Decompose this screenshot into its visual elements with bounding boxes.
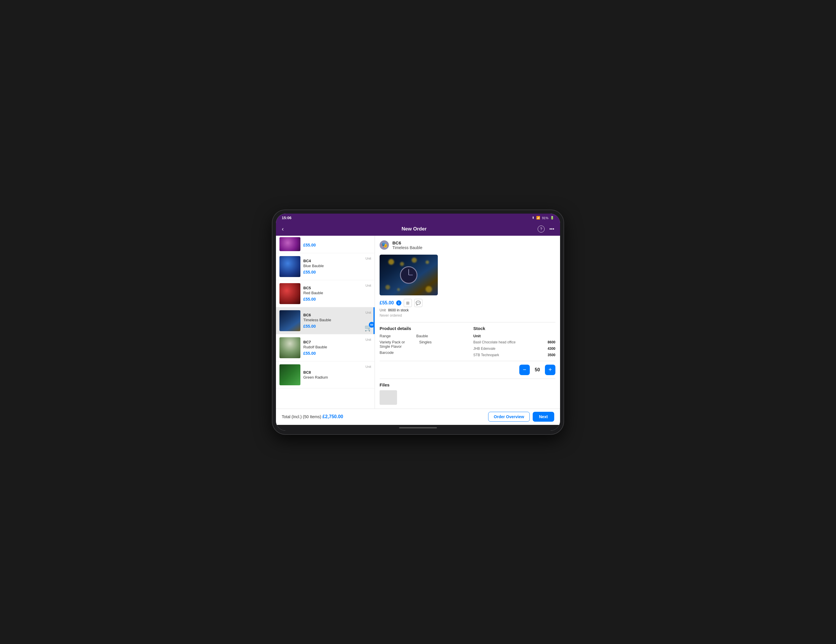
stock-entry-2: JHB Edenvale 4300: [473, 346, 555, 351]
stock-section: Stock Unit Basil Chocolate head office 8…: [473, 326, 555, 357]
back-button[interactable]: ‹: [282, 225, 291, 232]
product-code: BC5: [303, 286, 368, 290]
stepper-plus-button[interactable]: +: [545, 365, 555, 375]
main-content: £55.00 BC4 Blue Bauble £55.00 Unit: [276, 236, 560, 409]
selected-indicator: [374, 307, 375, 334]
detail-image-inner: [380, 254, 438, 295]
chat-icon[interactable]: 💬: [414, 299, 422, 307]
stock-count: 8600 in stock: [388, 308, 409, 312]
product-info: £55.00: [300, 241, 371, 247]
home-indicator: [276, 425, 560, 431]
product-thumbnail: [279, 237, 300, 251]
product-code: BC6: [303, 313, 368, 317]
list-item-selected[interactable]: BC6 Timeless Bauble £55.00 Unit 🛒 50: [276, 307, 375, 334]
product-unit: Unit: [365, 338, 371, 341]
files-section: Files: [380, 378, 555, 405]
detail-header: 🎭 BC6 Timeless Bauble: [380, 240, 555, 250]
nav-bar: ‹ New Order ? •••: [276, 222, 560, 236]
detail-field-range: Range Bauble: [380, 334, 462, 338]
list-item[interactable]: BC8 Green Radium Unit: [276, 362, 375, 388]
page-title: New Order: [402, 226, 427, 232]
bottom-bar: Total (Incl.) (50 Items) £2,750.00 Order…: [276, 409, 560, 425]
product-code: BC4: [303, 259, 368, 263]
stock-entry-3: STB Technopark 3500: [473, 352, 555, 357]
files-divider: [380, 378, 555, 379]
product-name: Rudolf Bauble: [303, 345, 368, 349]
list-item[interactable]: BC4 Blue Bauble £55.00 Unit: [276, 253, 375, 280]
stock-location-1: Basil Chocolate head office: [473, 339, 542, 344]
status-bar: 15:06 ⬆ 📶 91% 🔋: [276, 214, 560, 222]
nav-actions: ? •••: [538, 225, 554, 233]
field-value-range: Bauble: [416, 334, 428, 338]
field-label-variety: Variety Pack or Single Flavor: [380, 340, 415, 349]
product-info: BC8 Green Radium: [300, 370, 371, 380]
list-item[interactable]: £55.00: [276, 236, 375, 253]
product-price: £55.00: [303, 270, 368, 274]
stock-unit-header: Unit: [473, 334, 496, 338]
product-detail: 🎭 BC6 Timeless Bauble: [375, 236, 560, 409]
detail-image: [380, 254, 438, 295]
quantity-stepper-row: − 50 +: [380, 365, 555, 375]
field-label-range: Range: [380, 334, 411, 338]
divider: [380, 322, 555, 323]
home-bar: [399, 427, 437, 428]
product-list: £55.00 BC4 Blue Bauble £55.00 Unit: [276, 236, 375, 409]
product-unit: Unit: [365, 284, 371, 287]
product-code: BC7: [303, 340, 368, 344]
product-thumbnail: [279, 256, 300, 277]
stock-unit-label: Unit: [380, 308, 386, 312]
product-thumbnail: [279, 337, 300, 358]
detail-name: Timeless Bauble: [392, 245, 422, 250]
details-stock-section: Product details Range Bauble Variety Pac…: [380, 326, 555, 357]
detail-price-row: £55.00 i ⊞ 💬: [380, 299, 555, 307]
stock-qty-3: 3500: [547, 352, 555, 357]
detail-code: BC6: [392, 240, 422, 245]
info-icon[interactable]: i: [396, 300, 402, 306]
detail-title-block: BC6 Timeless Bauble: [392, 240, 422, 250]
stepper-minus-button[interactable]: −: [519, 365, 530, 375]
field-value-variety: Singles: [419, 340, 432, 349]
status-time: 15:06: [282, 216, 291, 220]
stock-qty-1: 8600: [547, 339, 555, 344]
clock-bauble: [400, 266, 417, 284]
next-button[interactable]: Next: [533, 412, 554, 422]
product-name: Blue Bauble: [303, 264, 368, 268]
battery-icon: 🔋: [550, 216, 554, 220]
stock-entry-1: Basil Chocolate head office 8600: [473, 339, 555, 344]
product-unit: Unit: [365, 365, 371, 368]
wifi-icon: 📶: [536, 216, 540, 220]
product-unit: Unit: [365, 311, 371, 314]
product-name: Timeless Bauble: [303, 318, 368, 322]
order-overview-button[interactable]: Order Overview: [488, 412, 529, 422]
product-info: BC4 Blue Bauble £55.00: [300, 259, 371, 274]
stock-header-row: Unit: [473, 334, 555, 338]
tablet-screen: 15:06 ⬆ 📶 91% 🔋 ‹ New Order ? •••: [276, 214, 560, 431]
product-details-title: Product details: [380, 326, 462, 331]
file-thumbnail[interactable]: [380, 390, 397, 405]
detail-field-barcode: Barcode: [380, 351, 462, 355]
product-info: BC7 Rudolf Bauble £55.00: [300, 340, 371, 355]
stock-title: Stock: [473, 326, 555, 331]
total-amount: £2,750.00: [323, 414, 343, 419]
stock-location-2: JHB Edenvale: [473, 346, 542, 351]
files-title: Files: [380, 382, 555, 387]
list-item[interactable]: BC5 Red Bauble £55.00 Unit: [276, 280, 375, 307]
cart-badge: 🛒 50: [364, 324, 372, 332]
stock-row: Unit 8600 in stock: [380, 308, 555, 312]
copy-icon[interactable]: ⊞: [404, 299, 412, 307]
help-button[interactable]: ?: [538, 225, 545, 233]
product-info: BC5 Red Bauble £55.00: [300, 286, 371, 302]
stock-location-3: STB Technopark: [473, 352, 542, 357]
more-button[interactable]: •••: [549, 227, 554, 232]
detail-price: £55.00: [380, 300, 394, 306]
product-price: £55.00: [303, 351, 368, 355]
list-item[interactable]: BC7 Rudolf Bauble £55.00 Unit: [276, 334, 375, 362]
product-info: BC6 Timeless Bauble £55.00: [300, 313, 371, 329]
stock-qty-2: 4300: [547, 346, 555, 351]
total-info: Total (Incl.) (50 Items) £2,750.00: [282, 414, 343, 419]
product-price: £55.00: [303, 324, 368, 329]
detail-field-variety: Variety Pack or Single Flavor Singles: [380, 340, 462, 349]
product-code: BC8: [303, 370, 368, 375]
product-thumbnail: [279, 364, 300, 385]
status-icons: ⬆ 📶 91% 🔋: [532, 216, 554, 220]
